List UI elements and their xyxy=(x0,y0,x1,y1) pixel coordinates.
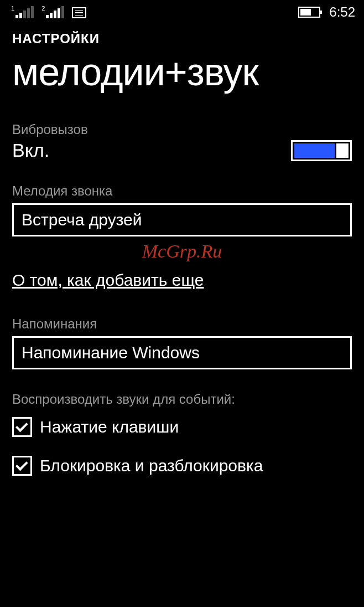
clock: 6:52 xyxy=(329,4,355,20)
signal-bars-icon xyxy=(15,6,34,18)
events-header: Воспроизводить звуки для событий: xyxy=(12,392,352,407)
notification-icon xyxy=(72,7,86,18)
watermark: McGrp.Ru xyxy=(12,241,352,262)
sim2-signal: 2 xyxy=(41,6,64,18)
keypress-label: Нажатие клавиши xyxy=(40,418,179,436)
reminders-setting: Напоминания Напоминание Windows xyxy=(12,316,352,369)
sim1-signal: 1 xyxy=(11,6,34,18)
lock-checkbox-row[interactable]: Блокировка и разблокировка xyxy=(12,456,352,476)
add-more-link[interactable]: О том, как добавить еще xyxy=(12,271,204,290)
reminders-label: Напоминания xyxy=(12,316,352,332)
checkmark-icon xyxy=(15,420,28,433)
ringtone-select[interactable]: Встреча друзей xyxy=(12,203,352,236)
vibrate-label: Вибровызов xyxy=(12,122,352,137)
ringtone-setting: Мелодия звонка Встреча друзей xyxy=(12,183,352,236)
signal-bars-icon xyxy=(46,6,64,18)
lock-label: Блокировка и разблокировка xyxy=(40,456,263,475)
checkbox-icon xyxy=(12,456,32,476)
sim1-label: 1 xyxy=(11,5,14,12)
page-title: мелодии+звук xyxy=(12,50,352,94)
vibrate-toggle[interactable] xyxy=(291,140,352,161)
status-left: 1 2 xyxy=(11,6,86,18)
vibrate-setting: Вибровызов Вкл. xyxy=(12,122,352,161)
vibrate-row: Вкл. xyxy=(12,140,352,161)
reminders-select[interactable]: Напоминание Windows xyxy=(12,336,352,369)
keypress-checkbox-row[interactable]: Нажатие клавиши xyxy=(12,417,352,437)
battery-icon xyxy=(298,7,320,18)
status-bar: 1 2 6:52 xyxy=(0,0,364,22)
ringtone-label: Мелодия звонка xyxy=(12,183,352,199)
status-right: 6:52 xyxy=(298,4,355,20)
vibrate-value: Вкл. xyxy=(12,140,49,161)
checkmark-icon xyxy=(15,459,28,471)
checkbox-icon xyxy=(12,417,32,437)
sim2-label: 2 xyxy=(41,5,45,12)
content: НАСТРОЙКИ мелодии+звук Вибровызов Вкл. М… xyxy=(0,22,364,476)
breadcrumb: НАСТРОЙКИ xyxy=(12,31,352,47)
